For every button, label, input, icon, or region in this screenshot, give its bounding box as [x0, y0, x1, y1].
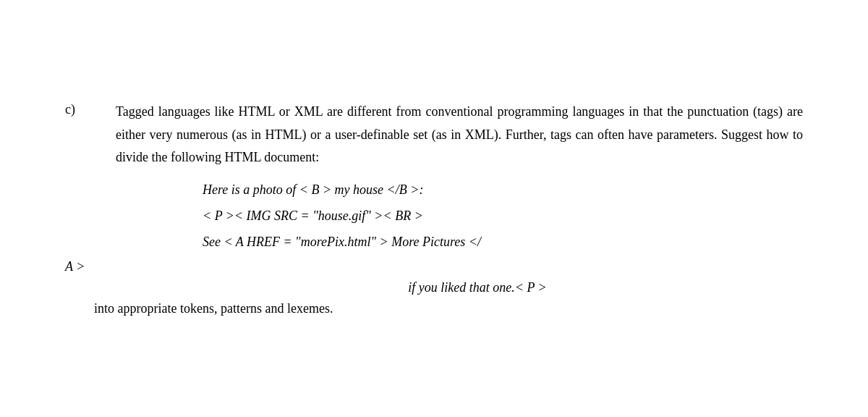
final-line: into appropriate tokens, patterns and le… — [65, 301, 803, 316]
code-line-1: Here is a photo of < B > my house </B >: — [203, 177, 803, 203]
paragraph-text: Tagged languages like HTML or XML are di… — [116, 101, 803, 169]
italic-line: if you liked that one.< P > — [65, 280, 803, 295]
continuation-label: A > — [65, 258, 116, 274]
continuation: A > — [65, 258, 803, 274]
question-item: c) Tagged languages like HTML or XML are… — [65, 101, 803, 316]
question-label: c) — [65, 101, 116, 117]
code-block: Here is a photo of < B > my house </B >:… — [116, 177, 803, 255]
question-header: c) Tagged languages like HTML or XML are… — [65, 101, 803, 255]
question-body: Tagged languages like HTML or XML are di… — [116, 101, 803, 255]
page-content: c) Tagged languages like HTML or XML are… — [36, 86, 832, 331]
code-line-3: See < A HREF = "morePix.html" > More Pic… — [203, 229, 803, 255]
code-line-2: < P >< IMG SRC = "house.gif" >< BR > — [203, 203, 803, 229]
